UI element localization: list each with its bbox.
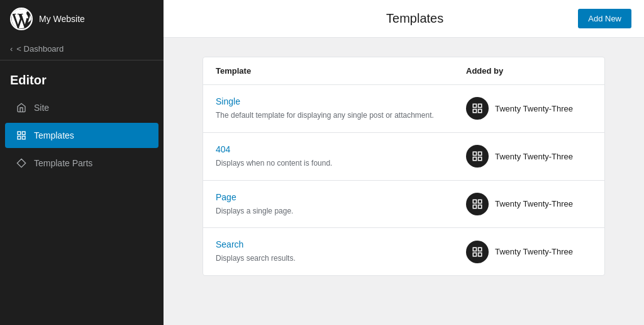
chevron-left-icon: ‹ xyxy=(10,44,13,54)
theme-name: Twenty Twenty-Three xyxy=(495,104,573,113)
sidebar-item-template-parts[interactable]: Template Parts xyxy=(5,151,158,176)
add-new-button[interactable]: Add New xyxy=(578,9,631,28)
wordpress-logo-icon xyxy=(10,8,33,30)
sidebar-header: My Website xyxy=(0,0,164,38)
svg-rect-17 xyxy=(479,205,482,208)
svg-rect-15 xyxy=(479,200,482,203)
svg-rect-13 xyxy=(479,157,482,161)
sidebar-item-template-parts-label: Template Parts xyxy=(34,158,92,168)
theme-name: Twenty Twenty-Three xyxy=(495,199,573,208)
table-row: 404 Displays when no content is found. T… xyxy=(203,133,604,181)
svg-rect-12 xyxy=(473,157,476,161)
template-info: 404 Displays when no content is found. xyxy=(216,144,466,169)
home-icon xyxy=(15,101,28,114)
svg-rect-7 xyxy=(479,105,482,108)
svg-marker-5 xyxy=(17,159,25,167)
table-row: Single The default template for displayi… xyxy=(203,85,604,133)
template-name-link[interactable]: Search xyxy=(216,239,466,249)
svg-rect-9 xyxy=(479,110,482,113)
theme-icon xyxy=(466,145,489,168)
col-header-added-by: Added by xyxy=(466,66,592,76)
svg-rect-11 xyxy=(479,152,482,155)
main-content: Templates Add New Template Added by Sing… xyxy=(164,0,644,325)
content-area: Template Added by Single The default tem… xyxy=(164,38,644,325)
col-header-template: Template xyxy=(216,66,466,76)
theme-icon xyxy=(466,241,489,263)
site-name: My Website xyxy=(39,14,85,24)
table-header: Template Added by xyxy=(203,57,604,85)
template-info: Search Displays search results. xyxy=(216,239,466,264)
svg-rect-2 xyxy=(22,132,25,135)
added-by: Twenty Twenty-Three xyxy=(466,97,592,120)
svg-rect-10 xyxy=(473,152,476,155)
topbar: Templates Add New xyxy=(164,0,644,38)
template-name-link[interactable]: Single xyxy=(216,96,466,106)
sidebar-item-site[interactable]: Site xyxy=(5,95,158,120)
sidebar-item-templates[interactable]: Templates xyxy=(5,123,158,148)
svg-rect-16 xyxy=(473,205,476,208)
sidebar: My Website ‹ < Dashboard Editor Site Tem… xyxy=(0,0,164,325)
added-by: Twenty Twenty-Three xyxy=(466,241,592,263)
diamond-icon xyxy=(15,157,28,169)
theme-name: Twenty Twenty-Three xyxy=(495,247,573,256)
templates-table: Template Added by Single The default tem… xyxy=(203,57,605,276)
dashboard-link-label: < Dashboard xyxy=(16,44,64,54)
template-description: Displays when no content is found. xyxy=(216,159,332,168)
svg-rect-1 xyxy=(18,132,21,135)
table-row: Search Displays search results. Twenty T… xyxy=(203,228,604,275)
svg-rect-21 xyxy=(479,253,482,256)
svg-rect-6 xyxy=(473,105,476,108)
template-info: Page Displays a single page. xyxy=(216,192,466,217)
editor-section-label: Editor xyxy=(0,60,164,94)
template-description: Displays search results. xyxy=(216,254,296,263)
template-info: Single The default template for displayi… xyxy=(216,96,466,121)
template-description: Displays a single page. xyxy=(216,207,293,215)
svg-rect-19 xyxy=(479,248,482,251)
svg-rect-14 xyxy=(473,200,476,203)
theme-icon xyxy=(466,193,489,215)
sidebar-item-site-label: Site xyxy=(34,103,49,113)
template-name-link[interactable]: 404 xyxy=(216,144,466,154)
grid-icon xyxy=(15,129,28,142)
svg-rect-8 xyxy=(473,110,476,113)
template-name-link[interactable]: Page xyxy=(216,192,466,202)
svg-rect-4 xyxy=(22,136,25,139)
template-description: The default template for displaying any … xyxy=(216,111,434,120)
svg-rect-3 xyxy=(18,136,21,139)
added-by: Twenty Twenty-Three xyxy=(466,145,592,168)
page-title: Templates xyxy=(252,11,578,26)
theme-icon xyxy=(466,97,489,120)
dashboard-link[interactable]: ‹ < Dashboard xyxy=(0,38,164,60)
svg-rect-18 xyxy=(473,248,476,251)
added-by: Twenty Twenty-Three xyxy=(466,193,592,215)
svg-rect-20 xyxy=(473,253,476,256)
sidebar-item-templates-label: Templates xyxy=(34,130,74,140)
table-row: Page Displays a single page. Twenty Twen… xyxy=(203,181,604,229)
theme-name: Twenty Twenty-Three xyxy=(495,152,573,161)
